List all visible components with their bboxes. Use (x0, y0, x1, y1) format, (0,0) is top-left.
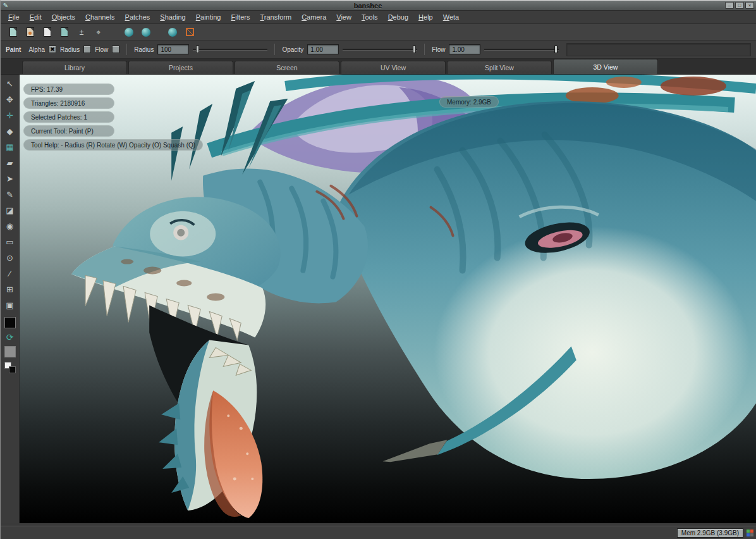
toolbar-spacer (566, 43, 751, 56)
hud-pill: Tool Help: - Radius (R) Rotate (W) Opaci… (23, 139, 203, 151)
hud-pill: Triangles: 2180916 (23, 97, 114, 109)
radius-label: Radius (134, 46, 154, 53)
app-window: ✎ banshee – □ × FileEditObjectsChannelsP… (0, 0, 756, 539)
menu-item[interactable]: Painting (191, 12, 226, 22)
separator (424, 44, 425, 55)
hud-pill: Current Tool: Paint (P) (23, 125, 114, 137)
new-project-icon[interactable] (7, 26, 20, 39)
menubar: FileEditObjectsChannelsPatchesShadingPai… (1, 11, 756, 24)
slider-handle[interactable] (554, 46, 558, 53)
view-tab[interactable]: Screen (235, 61, 339, 74)
menu-item[interactable]: Edit (25, 12, 47, 22)
zoom-region-icon[interactable]: ▣ (3, 297, 18, 313)
cube-icon (186, 28, 194, 36)
menu-item[interactable]: Debug (383, 12, 413, 22)
primary-color-swatch[interactable] (4, 317, 16, 328)
environment-sphere-icon[interactable] (166, 26, 179, 39)
viewport-3d[interactable]: FPS: 17.39Triangles: 2180916Selected Pat… (20, 75, 756, 523)
knife-line-icon[interactable]: ∕ (3, 266, 18, 282)
menu-item[interactable]: Help (413, 12, 438, 22)
opacity-slider[interactable] (343, 45, 417, 54)
radius-toggle-label: Radius (60, 46, 80, 53)
app-icon: ✎ (1, 1, 11, 10)
transform-patch-icon[interactable]: ⊞ (3, 282, 18, 297)
menu-item[interactable]: Tools (357, 12, 383, 22)
paint-roller-icon[interactable]: ▰ (3, 155, 18, 171)
close-button[interactable]: × (745, 2, 754, 9)
document-icon (61, 27, 68, 37)
flow-checkbox[interactable] (112, 46, 119, 53)
memory-indicator: Mem 2.9GB (3.9GB) (677, 528, 743, 538)
alpha-label: Alpha (28, 46, 45, 53)
color-swatches: ⟳ (4, 317, 16, 373)
tab-label: Library (64, 64, 85, 71)
marquee-select-icon[interactable]: ▭ (3, 234, 18, 250)
shaded-sphere-icon[interactable] (123, 26, 135, 39)
view-tab[interactable]: 3D View (553, 59, 658, 74)
add-remove-layer-icon[interactable]: ± (75, 26, 88, 39)
opacity-input[interactable] (307, 44, 339, 54)
menu-item[interactable]: Patches (120, 12, 155, 22)
tab-label: 3D View (594, 63, 618, 71)
menu-item[interactable]: View (331, 12, 357, 22)
window-controls: – □ × (725, 2, 754, 9)
pan-hand-icon[interactable]: ✥ (3, 92, 18, 108)
lit-sphere-icon[interactable] (140, 26, 152, 39)
droplet-icon[interactable]: ◆ (3, 123, 18, 139)
sphere-icon (142, 28, 150, 37)
secondary-color-swatch[interactable] (4, 346, 16, 357)
tab-label: Projects (169, 64, 193, 71)
wireframe-cube-icon[interactable] (183, 26, 196, 39)
titlebar: ✎ banshee – □ × (1, 1, 756, 11)
radius-slider[interactable] (193, 45, 267, 54)
menu-item[interactable]: Camera (296, 12, 331, 22)
slider-handle[interactable] (413, 46, 416, 53)
import-image-icon[interactable] (58, 26, 71, 39)
separator (126, 44, 127, 55)
alpha-checkbox[interactable]: ✖ (49, 46, 56, 53)
fg-bg-swatches[interactable] (4, 362, 16, 373)
pencil-icon[interactable]: ✎ (3, 187, 18, 202)
flow-slider[interactable] (484, 45, 559, 54)
rig-pose-icon[interactable]: ⌖ (92, 26, 105, 39)
menu-item[interactable]: Channels (80, 12, 120, 22)
separator (274, 44, 275, 55)
pin-icon[interactable]: ➤ (3, 171, 18, 187)
paint-settings-toolbar: Paint Alpha ✖ Radius Flow Radius Opacity… (1, 40, 756, 59)
tab-label: Screen (276, 64, 297, 71)
paint-mode-label: Paint (6, 46, 21, 53)
slider-handle[interactable] (196, 46, 199, 53)
swap-colors-icon[interactable]: ⟳ (6, 333, 14, 342)
flow-input[interactable] (449, 44, 480, 54)
menu-item[interactable]: Transform (255, 12, 296, 22)
menu-item[interactable]: File (3, 12, 25, 22)
select-cursor-icon[interactable]: ↖ (3, 76, 18, 92)
opacity-label: Opacity (282, 46, 303, 53)
menu-item[interactable]: Shading (155, 12, 190, 22)
maximize-button[interactable]: □ (735, 2, 744, 9)
view-tab[interactable]: Projects (128, 61, 233, 74)
radial-falloff-icon[interactable]: ⊙ (3, 250, 18, 266)
chisel-eraser-icon[interactable]: ◪ (3, 202, 18, 218)
view-tab[interactable]: Split View (447, 61, 552, 74)
clone-stamp-icon[interactable]: ◉ (3, 218, 18, 234)
move-axis-icon[interactable]: ✛ (3, 108, 18, 123)
menu-item[interactable]: Weta (438, 12, 464, 22)
minimize-button[interactable]: – (725, 2, 734, 9)
radius-input[interactable] (157, 44, 189, 54)
document-icon (9, 27, 17, 37)
statusbar: Mem 2.9GB (3.9GB) (1, 526, 756, 539)
save-project-icon[interactable] (41, 26, 54, 39)
radius-checkbox[interactable] (83, 46, 91, 53)
open-project-icon[interactable] (24, 26, 37, 39)
icon-toolbar: ± ⌖ (1, 24, 756, 40)
menu-item[interactable]: Filters (226, 12, 255, 22)
view-tab[interactable]: UV View (341, 61, 446, 74)
menu-item[interactable]: Objects (47, 12, 80, 22)
hud-pill: FPS: 17.39 (23, 84, 114, 95)
grid-warp-icon[interactable]: ▦ (3, 139, 18, 155)
sphere-icon (125, 28, 133, 37)
flow-toggle-label: Flow (95, 46, 108, 53)
hud-overlay: FPS: 17.39Triangles: 2180916Selected Pat… (23, 84, 203, 151)
view-tab[interactable]: Library (22, 61, 127, 74)
